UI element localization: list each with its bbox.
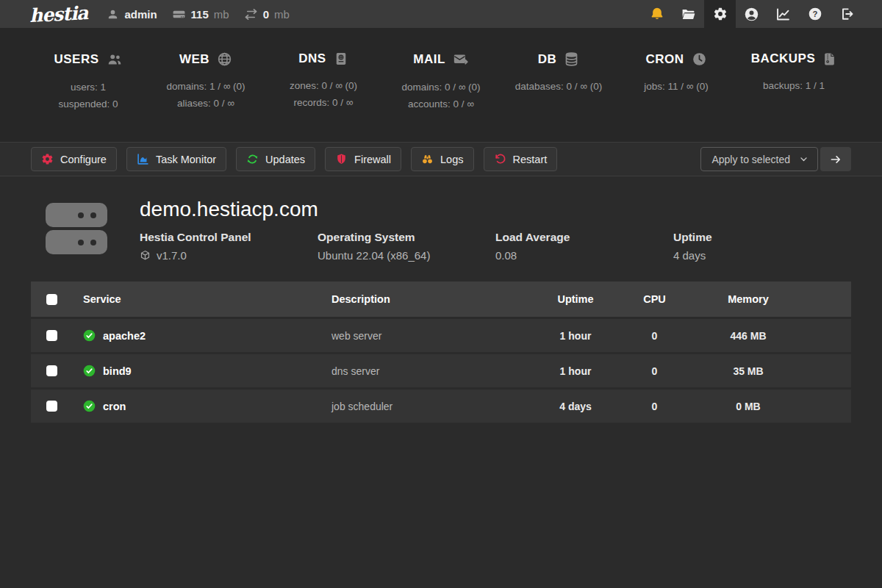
table-row-apache2[interactable]: apache2 web server 1 hour 0 446 MB xyxy=(31,319,851,352)
disk-usage[interactable]: 115 mb xyxy=(172,7,229,21)
service-uptime: 1 hour xyxy=(539,365,612,377)
username: admin xyxy=(124,8,157,21)
nav-item-dns[interactable]: DNS zones: 0 / ∞ (0) records: 0 / ∞ xyxy=(265,51,382,121)
apply-to-selected-label: Apply to selected xyxy=(711,154,790,165)
statistics-chart-icon[interactable] xyxy=(767,0,799,28)
help-icon[interactable]: ? xyxy=(799,0,831,28)
nav-stat: backups: 1 / 1 xyxy=(735,77,853,94)
firewall-button[interactable]: Firewall xyxy=(325,147,401,171)
archive-file-icon xyxy=(822,52,836,66)
logs-button[interactable]: Logs xyxy=(411,147,473,171)
svg-text:?: ? xyxy=(812,10,817,18)
cube-icon xyxy=(140,250,151,261)
os-value: Ubuntu 22.04 (x86_64) xyxy=(318,249,430,262)
load-info: Load Average 0.08 xyxy=(495,231,673,262)
topbar: hestia admin 115 mb 0 mb xyxy=(0,0,882,28)
clock-icon xyxy=(692,51,707,67)
binoculars-icon xyxy=(421,153,434,165)
disk-unit: mb xyxy=(214,8,229,21)
restart-button[interactable]: Restart xyxy=(484,147,558,171)
row-checkbox[interactable] xyxy=(46,401,57,412)
updates-button[interactable]: Updates xyxy=(236,147,315,171)
table-row-bind9[interactable]: bind9 dns server 1 hour 0 35 MB xyxy=(31,354,851,387)
service-cpu: 0 xyxy=(612,401,697,412)
section-nav: USERS users: 1 suspended: 0 WEB domains:… xyxy=(0,28,882,142)
nav-item-backups[interactable]: BACKUPS backups: 1 / 1 xyxy=(735,51,853,121)
bandwidth-unit: mb xyxy=(274,8,290,21)
gear-icon xyxy=(41,153,54,165)
service-cpu: 0 xyxy=(612,330,697,342)
configure-button[interactable]: Configure xyxy=(31,147,117,171)
logout-icon[interactable] xyxy=(831,0,862,28)
hestia-logo[interactable]: hestia xyxy=(29,1,88,26)
nav-stat: suspended: 0 xyxy=(29,96,147,112)
server-settings-gear-icon[interactable] xyxy=(704,0,736,28)
nav-label-dns: DNS xyxy=(298,51,326,66)
nav-item-web[interactable]: WEB domains: 1 / ∞ (0) aliases: 0 / ∞ xyxy=(147,51,265,121)
transfer-arrows-icon xyxy=(244,7,258,21)
nav-stat: accounts: 0 / ∞ xyxy=(382,96,500,112)
service-description: job scheduler xyxy=(326,401,539,412)
user-profile-icon[interactable] xyxy=(736,0,767,28)
users-icon xyxy=(107,51,123,68)
nav-item-cron[interactable]: CRON jobs: 11 / ∞ (0) xyxy=(617,51,735,121)
nav-item-mail[interactable]: MAIL domains: 0 / ∞ (0) accounts: 0 / ∞ xyxy=(382,51,500,121)
uptime-info: Uptime 4 days xyxy=(673,231,851,262)
service-name: apache2 xyxy=(103,330,146,342)
mail-icon xyxy=(453,51,469,68)
service-cpu: 0 xyxy=(612,365,697,377)
select-all-checkbox[interactable] xyxy=(46,294,57,305)
restart-icon xyxy=(494,153,506,165)
uptime-label: Uptime xyxy=(673,231,851,244)
status-running-icon xyxy=(83,329,96,342)
service-memory: 0 MB xyxy=(697,401,800,412)
notifications-bell-icon[interactable] xyxy=(641,0,673,28)
nav-stat: jobs: 11 / ∞ (0) xyxy=(617,78,735,95)
nav-item-users[interactable]: USERS users: 1 suspended: 0 xyxy=(29,51,147,121)
arrow-right-icon xyxy=(829,153,842,166)
header-memory: Memory xyxy=(697,293,800,305)
chevron-down-icon xyxy=(799,154,808,164)
nav-stat: zones: 0 / ∞ (0) xyxy=(265,77,382,94)
service-name: bind9 xyxy=(103,365,132,377)
server-hostname: demo.hestiacp.com xyxy=(140,198,851,221)
shield-icon xyxy=(335,153,348,165)
area-chart-icon xyxy=(137,153,149,165)
user-icon xyxy=(107,8,119,21)
globe-icon xyxy=(217,51,232,67)
row-checkbox[interactable] xyxy=(46,330,57,341)
status-running-icon xyxy=(83,365,96,377)
nav-label-cron: CRON xyxy=(645,52,684,67)
nav-label-users: USERS xyxy=(54,52,98,67)
refresh-icon xyxy=(246,153,259,165)
nav-stat: records: 0 / ∞ xyxy=(265,94,382,111)
status-running-icon xyxy=(83,400,96,412)
disk-icon xyxy=(172,7,186,21)
nav-label-backups: BACKUPS xyxy=(751,51,816,66)
server-stack-icon xyxy=(46,203,107,262)
restart-label: Restart xyxy=(513,154,548,165)
task-monitor-button[interactable]: Task Monitor xyxy=(126,147,226,171)
nav-stat: users: 1 xyxy=(29,79,147,96)
apply-go-button[interactable] xyxy=(820,147,851,171)
service-description: web server xyxy=(326,330,539,342)
database-icon xyxy=(564,51,579,67)
apply-controls: Apply to selected xyxy=(700,147,851,171)
file-manager-folder-icon[interactable] xyxy=(673,0,704,28)
configure-label: Configure xyxy=(60,154,107,165)
os-label: Operating System xyxy=(318,231,495,244)
usage-stats: admin 115 mb 0 mb xyxy=(107,7,289,21)
server-summary: demo.hestiacp.com Hestia Control Panel v… xyxy=(31,198,851,262)
active-user[interactable]: admin xyxy=(107,8,157,21)
service-description: dns server xyxy=(326,365,539,377)
disk-value: 115 xyxy=(191,8,209,21)
firewall-label: Firewall xyxy=(354,154,391,165)
nav-item-db[interactable]: DB databases: 0 / ∞ (0) xyxy=(500,51,617,121)
dns-book-icon xyxy=(334,51,348,66)
nav-label-web: WEB xyxy=(179,52,209,67)
bandwidth-usage[interactable]: 0 mb xyxy=(244,7,290,21)
row-checkbox[interactable] xyxy=(46,365,57,376)
table-row-cron[interactable]: cron job scheduler 4 days 0 0 MB xyxy=(31,390,851,423)
apply-to-selected-dropdown[interactable]: Apply to selected xyxy=(700,147,818,171)
panel-label: Hestia Control Panel xyxy=(140,231,318,244)
